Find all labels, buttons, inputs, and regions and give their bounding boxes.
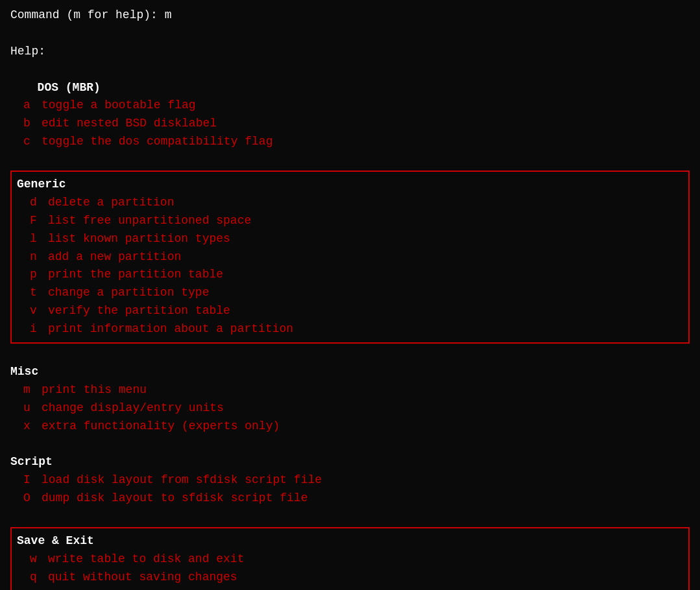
cmd-item-v: v verify the partition table <box>17 302 683 320</box>
key-O: O <box>23 490 42 508</box>
key-t: t <box>30 284 48 302</box>
command-line: Command (m for help): m <box>10 6 690 25</box>
desc-p: print the partition table <box>48 266 223 284</box>
key-d: d <box>30 194 48 212</box>
cmd-item-I: I load disk layout from sfdisk script fi… <box>10 471 690 490</box>
help-label: Help: <box>10 43 690 61</box>
section-script: Script I load disk layout from sfdisk sc… <box>10 453 690 508</box>
cmd-item-t: t change a partition type <box>17 284 683 302</box>
cmd-item-O: O dump disk layout to sfdisk script file <box>10 490 690 508</box>
cmd-item-p: p print the partition table <box>17 266 683 284</box>
section-save-exit: Save & Exit w write table to disk and ex… <box>10 527 690 590</box>
cmd-item-i: i print information about a partition <box>17 320 683 338</box>
key-u: u <box>23 399 42 418</box>
section-script-title: Script <box>10 453 690 471</box>
desc-a: toggle a bootable flag <box>42 97 196 115</box>
cmd-item-d: d delete a partition <box>17 194 683 212</box>
cmd-item-x: x extra functionality (experts only) <box>10 418 690 436</box>
key-I: I <box>23 471 42 490</box>
desc-l: list known partition types <box>48 230 230 248</box>
key-q: q <box>30 569 48 587</box>
key-w: w <box>30 550 48 569</box>
desc-u: change display/entry units <box>42 399 224 418</box>
desc-b: edit nested BSD disklabel <box>42 115 217 133</box>
key-b: b <box>23 115 42 133</box>
terminal: Command (m for help): m Help: DOS (MBR) … <box>10 6 690 590</box>
desc-i: print information about a partition <box>48 320 293 338</box>
desc-w: write table to disk and exit <box>48 550 244 569</box>
section-save-exit-title: Save & Exit <box>17 532 683 550</box>
cmd-item-l: l list known partition types <box>17 230 683 248</box>
cmd-item-a: a toggle a bootable flag <box>10 97 690 115</box>
section-misc-title: Misc <box>10 363 690 381</box>
key-l: l <box>30 230 48 248</box>
section-misc: Misc m print this menu u change display/… <box>10 363 690 436</box>
cmd-item-c: c toggle the dos compatibility flag <box>10 133 690 151</box>
desc-O: dump disk layout to sfdisk script file <box>42 490 308 508</box>
key-n: n <box>30 248 48 266</box>
cmd-item-w: w write table to disk and exit <box>17 550 683 569</box>
key-m: m <box>23 381 42 399</box>
desc-q: quit without saving changes <box>48 569 237 587</box>
key-i: i <box>30 320 48 338</box>
desc-I: load disk layout from sfdisk script file <box>42 471 322 490</box>
cmd-item-q: q quit without saving changes <box>17 569 683 587</box>
desc-c: toggle the dos compatibility flag <box>42 133 272 151</box>
key-c: c <box>23 133 42 151</box>
desc-n: add a new partition <box>48 248 181 266</box>
desc-F: list free unpartitioned space <box>48 212 251 230</box>
key-v: v <box>30 302 48 320</box>
key-a: a <box>23 97 42 115</box>
section-generic-title: Generic <box>17 176 683 194</box>
desc-m: print this menu <box>42 381 147 399</box>
cmd-item-F: F list free unpartitioned space <box>17 212 683 230</box>
cmd-item-b: b edit nested BSD disklabel <box>10 115 690 133</box>
key-p: p <box>30 266 48 284</box>
section-dos: DOS (MBR) a toggle a bootable flag b edi… <box>10 79 690 152</box>
cmd-item-u: u change display/entry units <box>10 399 690 418</box>
cmd-item-n: n add a new partition <box>17 248 683 266</box>
desc-v: verify the partition table <box>48 302 230 320</box>
section-dos-title: DOS (MBR) <box>10 79 690 97</box>
desc-x: extra functionality (experts only) <box>42 418 280 436</box>
key-F: F <box>30 212 48 230</box>
desc-t: change a partition type <box>48 284 209 302</box>
cmd-item-m: m print this menu <box>10 381 690 399</box>
key-x: x <box>23 418 42 436</box>
section-generic: Generic d delete a partition F list free… <box>10 171 690 344</box>
desc-d: delete a partition <box>48 194 174 212</box>
